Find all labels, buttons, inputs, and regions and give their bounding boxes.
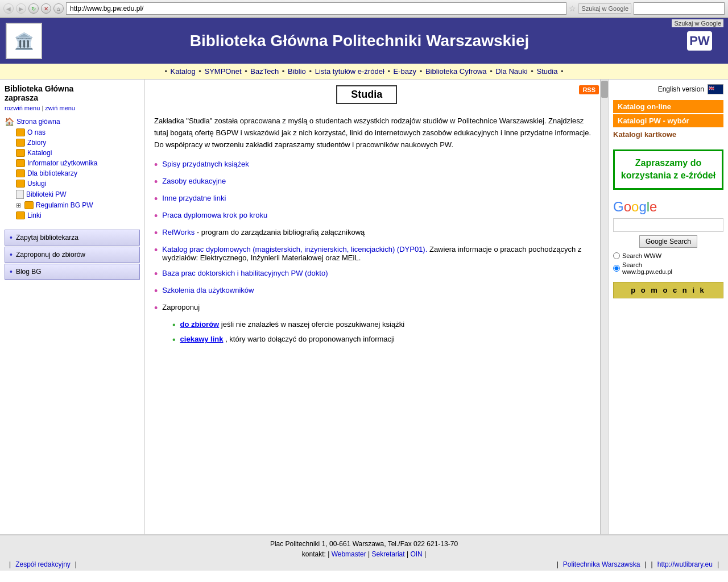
sidebar-toggle: rozwiń menu | zwiń menu [5, 105, 140, 111]
list-item-inne: • Inne przydatne linki [154, 194, 599, 204]
biblioteki-pw-link[interactable]: Biblioteki PW [26, 190, 67, 198]
do-zbiorow-link[interactable]: do zbiorów [180, 320, 220, 329]
radio-search-www[interactable]: Search WWW [613, 252, 723, 259]
google-search-input[interactable] [613, 218, 723, 232]
baza-doktorskich-link[interactable]: Baza prac doktorskich i habilitacyjnych … [162, 269, 328, 277]
blog-button[interactable]: • Blog BG [5, 264, 140, 280]
esources-box[interactable]: Zapraszamy do korzystania z e-źródeł [613, 149, 723, 190]
bullet-icon: • [10, 250, 13, 259]
uk-flag-icon: 🇬🇧 [708, 84, 723, 94]
home-link[interactable]: Strona główna [16, 118, 60, 126]
zaproponuj-button[interactable]: • Zaproponuj do zbiorów [5, 247, 140, 263]
pw-logo: PW [677, 24, 722, 58]
nav-ebazy[interactable]: E-bazy [394, 67, 416, 76]
green-bullet-icon: • [172, 335, 176, 345]
pw-link[interactable]: Politechnika Warszawska [563, 560, 640, 568]
refresh-button[interactable]: ↻ [28, 3, 39, 14]
sidebar-item-informator[interactable]: Informator użytkownika [5, 158, 140, 168]
oin-link[interactable]: OIN [410, 550, 422, 558]
zbiory-link[interactable]: Zbiory [27, 139, 46, 147]
refworks-text: RefWorks - program do zarządzania biblio… [162, 228, 365, 236]
katalog-online-link[interactable]: Katalog on-line [613, 100, 723, 113]
nav-katalog[interactable]: Katalog [171, 67, 196, 76]
home-button[interactable]: ⌂ [53, 3, 64, 14]
back-button[interactable]: ◀ [3, 3, 14, 14]
bookmark-icon[interactable]: ☆ [569, 4, 576, 13]
content-links: • Spisy przydatnych książek • Zasoby edu… [154, 160, 599, 313]
nav-studia[interactable]: Studia [537, 67, 558, 76]
sidebar-title: Biblioteka Główna zaprasza [5, 84, 140, 102]
home-icon: 🏠 [5, 117, 14, 126]
pink-bullet-icon: • [154, 194, 158, 204]
radio-search-site[interactable]: Searchwww.bg.pw.edu.pl [613, 261, 723, 275]
footer-bottom: | Zespół redakcyjny | | Politechnika War… [0, 560, 728, 568]
google-section: Google Google Search Search WWW Searchww… [613, 199, 723, 275]
esources-link[interactable]: Zapraszamy do korzystania z e-źródeł [621, 157, 716, 182]
ciekawy-link-text: ciekawy link , który warto dołączyć do p… [180, 335, 395, 343]
radio-site-input[interactable] [613, 265, 620, 272]
browser-search-input[interactable] [634, 2, 725, 15]
sekretariat-link[interactable]: Sekretariat [372, 550, 405, 558]
sidebar-item-linki[interactable]: Linki [5, 210, 140, 221]
szkolenia-link[interactable]: Szkolenia dla użytkowników [162, 286, 254, 294]
webmaster-link[interactable]: Webmaster [332, 550, 366, 558]
sidebar-item-home[interactable]: 🏠 Strona główna [5, 116, 140, 127]
sidebar-item-regulamin[interactable]: ⊞ Regulamin BG PW [5, 200, 140, 210]
folder-icon-bibliotekarzy [16, 169, 25, 177]
katalogi-kartkowe-link[interactable]: Katalogi kartkowe [613, 128, 723, 140]
do-zbiorow-text: do zbiorów jeśli nie znalazłeś w naszej … [180, 320, 405, 329]
search-label: Szukaj w Google [578, 3, 631, 14]
stop-button[interactable]: ✕ [41, 3, 51, 14]
green-bullet-icon: • [172, 320, 176, 330]
spisy-link[interactable]: Spisy przydatnych książek [162, 160, 249, 168]
collapse-menu-link[interactable]: zwiń menu [45, 105, 75, 111]
nav-biblioteka-cyfrowa[interactable]: Biblioteka Cyfrowa [425, 67, 487, 76]
zapytaj-button[interactable]: • Zapytaj bibliotekarza [5, 230, 140, 246]
scroll-thumb[interactable] [601, 81, 608, 98]
bullet-icon: • [10, 267, 13, 276]
katalogi-link[interactable]: Katalogi [27, 149, 52, 157]
address-bar[interactable] [66, 2, 566, 15]
pink-bullet-icon: • [154, 303, 158, 313]
sidebar-item-uslugi[interactable]: Usługi [5, 178, 140, 189]
nav-dla-nauki[interactable]: Dla Nauki [495, 67, 527, 76]
nav-biblio[interactable]: Biblio [288, 67, 306, 76]
bibliotekarzy-link[interactable]: Dla bibliotekarzy [27, 169, 77, 177]
nav-baztech[interactable]: BazTech [250, 67, 279, 76]
sub-item-ciekawy-link: • ciekawy link , który warto dołączyć do… [172, 335, 599, 345]
nav-symponet[interactable]: SYMPOnet [205, 67, 242, 76]
sidebar-item-bibliotekarzy[interactable]: Dla bibliotekarzy [5, 168, 140, 178]
praca-dyplomowa-link[interactable]: Praca dyplomowa krok po kroku [162, 211, 267, 219]
footer-links: kontakt: | Webmaster | Sekretariat | OIN… [0, 550, 728, 558]
google-search-button[interactable]: Google Search [639, 235, 697, 248]
zasoby-link[interactable]: Zasoby edukacyjne [162, 177, 226, 185]
rss-badge[interactable]: RSS [579, 85, 599, 94]
inne-linki-link[interactable]: Inne przydatne linki [162, 194, 226, 202]
list-item-spisy: • Spisy przydatnych książek [154, 160, 599, 170]
forward-button[interactable]: ▶ [16, 3, 26, 14]
pomocnik-box[interactable]: p o m o c n i k [613, 282, 723, 298]
pink-bullet-icon: • [154, 245, 158, 255]
katalogi-pw-link[interactable]: Katalogi PW - wybór [613, 114, 723, 127]
o-nas-link[interactable]: O nas [27, 128, 46, 136]
regulamin-link[interactable]: Regulamin BG PW [36, 201, 93, 209]
sidebar-item-biblioteki-pw[interactable]: Biblioteki PW [5, 189, 140, 200]
wutlibrary-link[interactable]: http://wutlibrary.eu [657, 560, 713, 568]
google-radio-group: Search WWW Searchwww.bg.pw.edu.pl [613, 252, 723, 275]
katalog-prac-link[interactable]: Katalog prac dyplomowych (magisterskich,… [162, 245, 427, 253]
nav-lista-tytulow[interactable]: Lista tytułów e-źródeł [315, 67, 384, 76]
informator-link[interactable]: Informator użytkownika [27, 159, 97, 167]
uslugi-link[interactable]: Usługi [27, 180, 46, 188]
site-footer: Plac Politechniki 1, 00-661 Warszawa, Te… [0, 534, 728, 571]
zespol-link[interactable]: Zespół redakcyjny [15, 560, 71, 568]
ciekawy-link-link[interactable]: ciekawy link [180, 335, 224, 343]
linki-link[interactable]: Linki [27, 211, 42, 219]
sidebar-item-katalogi[interactable]: Katalogi [5, 148, 140, 158]
expand-menu-link[interactable]: rozwiń menu [5, 105, 40, 111]
refworks-link[interactable]: RefWorks [162, 228, 195, 236]
sidebar-item-zbiory[interactable]: Zbiory [5, 138, 140, 148]
radio-www-input[interactable] [613, 252, 620, 259]
folder-icon-uslugi [16, 180, 25, 188]
sidebar-item-o-nas[interactable]: O nas [5, 127, 140, 138]
content-scrollbar[interactable] [600, 80, 608, 534]
